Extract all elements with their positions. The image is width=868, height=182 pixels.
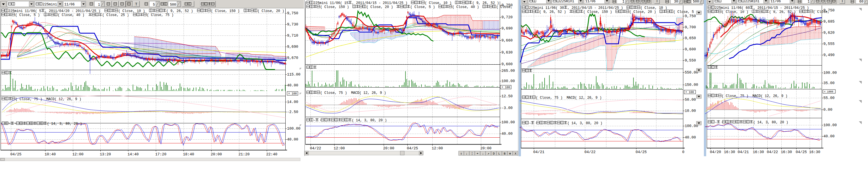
svg-text:( 14, 3, 80, 20 ): ( 14, 3, 80, 20 ) bbox=[352, 119, 386, 122]
svg-text:225mini 11/06( 60: 225mini 11/06( 60 bbox=[715, 6, 750, 10]
svg-text:550.00: 550.00 bbox=[685, 70, 698, 75]
svg-text:35.00: 35.00 bbox=[824, 81, 835, 85]
svg-text:, 2011/04/15 - 2011/04/25 ): , 2011/04/15 - 2011/04/25 ) bbox=[567, 6, 623, 10]
svg-text:12:00: 12:00 bbox=[334, 146, 345, 151]
svg-text:9,620: 9,620 bbox=[824, 31, 835, 35]
svg-text:100.00: 100.00 bbox=[685, 124, 698, 128]
svg-text:T: T bbox=[841, 0, 843, 3]
svg-text:MACD( 12, 26, 9 ): MACD( 12, 26, 9 ) bbox=[351, 91, 386, 95]
svg-text:1: 1 bbox=[622, 0, 624, 4]
svg-text:-2.50: -2.50 bbox=[287, 110, 298, 114]
svg-text:20:00: 20:00 bbox=[211, 152, 222, 156]
svg-text:04/25: 04/25 bbox=[10, 152, 22, 156]
svg-text:04/21: 04/21 bbox=[533, 150, 545, 154]
svg-text:( Close, 10 ): ( Close, 10 ) bbox=[641, 6, 667, 10]
svg-text:( Close, 150 ): ( Close, 150 ) bbox=[211, 9, 240, 13]
svg-text:04/25: 04/25 bbox=[796, 150, 807, 154]
svg-text:9,600: 9,600 bbox=[501, 62, 513, 66]
svg-text:× 100: × 100 bbox=[685, 91, 694, 94]
svg-text:X: X bbox=[515, 152, 517, 155]
svg-text:265.00: 265.00 bbox=[501, 69, 515, 73]
svg-text:04/25: 04/25 bbox=[407, 146, 418, 151]
svg-text:( Close, 10 ): ( Close, 10 ) bbox=[425, 1, 452, 5]
svg-text:MACD( 12, 26, 9 ): MACD( 12, 26, 9 ) bbox=[752, 94, 787, 98]
svg-text:115.00: 115.00 bbox=[287, 72, 301, 77]
svg-text:9,550: 9,550 bbox=[685, 58, 696, 63]
svg-text:0.00: 0.00 bbox=[824, 108, 832, 112]
svg-text:( Close, 10 ): ( Close, 10 ) bbox=[722, 10, 748, 14]
svg-text:( Close, 10 ): ( Close, 10 ) bbox=[118, 9, 145, 13]
svg-text:11/06: 11/06 bbox=[585, 0, 595, 3]
svg-text:9,630: 9,630 bbox=[501, 50, 513, 55]
svg-text:( Close, 40 ): ( Close, 40 ) bbox=[58, 13, 85, 17]
svg-text:-3.00: -3.00 bbox=[501, 106, 513, 110]
svg-text:( Close, 25 ): ( Close, 25 ) bbox=[102, 13, 129, 17]
svg-text:-: - bbox=[8, 122, 10, 126]
svg-text:225mini 11/06( 15: 225mini 11/06( 15 bbox=[313, 1, 348, 5]
svg-text:40.00: 40.00 bbox=[287, 83, 298, 88]
svg-text:9,690: 9,690 bbox=[501, 26, 513, 31]
svg-text:+: + bbox=[476, 152, 478, 155]
svg-text:100.00: 100.00 bbox=[287, 126, 301, 131]
svg-text:× 100: × 100 bbox=[501, 86, 510, 89]
svg-text:( 9, 26, 52 ): ( 9, 26, 52 ) bbox=[539, 10, 566, 14]
svg-text:60: 60 bbox=[860, 0, 863, 4]
svg-text:20:00: 20:00 bbox=[480, 146, 492, 151]
svg-text:9,710: 9,710 bbox=[287, 33, 298, 38]
svg-text:16:30: 16:30 bbox=[724, 150, 735, 154]
svg-text:225mini: 225mini bbox=[560, 0, 574, 3]
svg-text:( Close, 5: ( Close, 5 bbox=[673, 10, 694, 14]
svg-text:T: T bbox=[135, 3, 137, 7]
svg-text:12:00: 12:00 bbox=[72, 152, 84, 156]
svg-text:20:00: 20:00 bbox=[383, 146, 394, 151]
svg-text:9,750: 9,750 bbox=[685, 14, 696, 18]
svg-text:( Close, 75 ): ( Close, 75 ) bbox=[320, 91, 347, 95]
svg-text:MACD( 12, 26, 9 ): MACD( 12, 26, 9 ) bbox=[567, 96, 601, 100]
svg-text:╎: ╎ bbox=[471, 152, 473, 155]
svg-text:⇕: ⇕ bbox=[460, 152, 462, 155]
svg-text:10.00: 10.00 bbox=[685, 109, 696, 113]
svg-text:40.00: 40.00 bbox=[824, 134, 835, 139]
svg-text:・: ・ bbox=[720, 120, 724, 124]
svg-text:225mini 11/06( 30: 225mini 11/06( 30 bbox=[529, 6, 564, 10]
svg-text:150.00: 150.00 bbox=[685, 83, 698, 87]
svg-text:9,555: 9,555 bbox=[824, 42, 835, 46]
svg-text:12.50: 12.50 bbox=[501, 94, 513, 98]
svg-text:( Close, 20 ): ( Close, 20 ) bbox=[257, 9, 284, 13]
svg-text:↓: ↓ bbox=[466, 152, 468, 155]
svg-text:40.00: 40.00 bbox=[287, 138, 298, 142]
svg-text:100.00: 100.00 bbox=[501, 79, 515, 83]
svg-text:100.00: 100.00 bbox=[824, 71, 837, 75]
svg-text:( 14, 3, 80, 20 ): ( 14, 3, 80, 20 ) bbox=[567, 121, 602, 125]
svg-text:9,690: 9,690 bbox=[287, 44, 298, 49]
svg-text:40.00: 40.00 bbox=[501, 132, 513, 136]
svg-text:1: 1 bbox=[808, 0, 810, 4]
svg-text:-: - bbox=[313, 119, 315, 122]
svg-text:・: ・ bbox=[14, 122, 18, 126]
svg-text:9,700: 9,700 bbox=[685, 25, 696, 29]
svg-text:5: 5 bbox=[153, 3, 155, 7]
svg-text:, 2011/04/15 - 2011/04/25 ): , 2011/04/15 - 2011/04/25 ) bbox=[753, 6, 809, 10]
svg-text:9,750: 9,750 bbox=[287, 11, 298, 16]
svg-text:( Close, 150 ): ( Close, 150 ) bbox=[320, 5, 349, 9]
svg-text:11/06: 11/06 bbox=[771, 0, 781, 3]
svg-text:100.00: 100.00 bbox=[501, 120, 515, 124]
svg-text:D: D bbox=[493, 152, 495, 155]
svg-text:12:00: 12:00 bbox=[432, 146, 443, 151]
svg-text:04/22: 04/22 bbox=[584, 150, 595, 154]
svg-text:( Close, 75 ): ( Close, 75 ) bbox=[536, 96, 563, 100]
svg-text:( Close, 150 ): ( Close, 150 ) bbox=[583, 10, 612, 14]
svg-text:↗: ↗ bbox=[488, 152, 490, 155]
svg-text:・: ・ bbox=[319, 119, 322, 122]
svg-text:50.00: 50.00 bbox=[685, 98, 696, 102]
svg-text:30: 30 bbox=[674, 0, 678, 4]
svg-text:( 14, 3, 80, 20 ): ( 14, 3, 80, 20 ) bbox=[753, 120, 788, 124]
svg-text:9,660: 9,660 bbox=[501, 38, 513, 43]
svg-text:9,720: 9,720 bbox=[501, 15, 513, 20]
svg-text:9,685: 9,685 bbox=[824, 20, 835, 24]
svg-text:13:20: 13:20 bbox=[100, 152, 111, 156]
svg-text:21:20: 21:20 bbox=[239, 152, 250, 156]
svg-text:( Close, 20 ): ( Close, 20 ) bbox=[629, 10, 656, 14]
svg-text:( 14, 3, 80, 20 ): ( 14, 3, 80, 20 ) bbox=[47, 122, 82, 126]
svg-text:100.00: 100.00 bbox=[824, 123, 837, 127]
